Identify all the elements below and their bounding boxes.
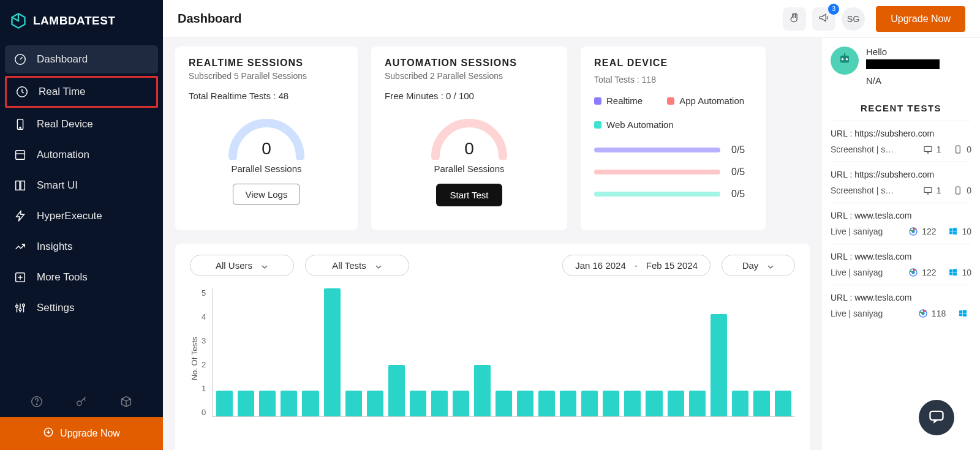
chart-bar (474, 365, 491, 416)
windows-icon (948, 227, 958, 236)
chart-bar (388, 365, 405, 416)
sidebar-item-label: Insights (37, 241, 73, 253)
date-range-filter[interactable]: Jan 16 2024 - Feb 15 2024 (562, 255, 710, 276)
upgrade-now-button[interactable]: Upgrade Now (876, 6, 965, 32)
card-title: REAL DEVICE (594, 58, 752, 69)
start-test-button[interactable]: Start Test (436, 184, 502, 206)
plus-circle-icon (43, 427, 54, 440)
realtime-total-tests: Total Realtime Tests : 48 (189, 91, 344, 101)
recent-url: URL : www.tesla.com (831, 211, 971, 220)
sidebar-item-automation[interactable]: Automation (5, 141, 158, 169)
chart-bar (496, 391, 512, 416)
sidebar-item-moretools[interactable]: More Tools (5, 263, 158, 291)
cube-icon[interactable] (119, 395, 133, 408)
chevron-down-icon (767, 262, 774, 269)
chat-icon (928, 408, 945, 427)
tests-filter[interactable]: All Tests (305, 255, 409, 276)
chart-bar (538, 391, 555, 416)
sidebar-item-dashboard[interactable]: Dashboard (5, 45, 158, 73)
granularity-filter[interactable]: Day (722, 255, 795, 276)
sidebar-item-label: Real Device (37, 118, 93, 130)
recent-tests-list: URL : https://subshero.comScreenshot | s… (831, 121, 971, 326)
svg-point-3 (20, 127, 21, 129)
sidebar-item-insights[interactable]: Insights (5, 233, 158, 261)
recent-url: URL : https://subshero.com (831, 170, 971, 179)
megaphone-icon (818, 12, 830, 26)
legend-swatch-icon (667, 97, 674, 105)
svg-rect-4 (16, 151, 25, 160)
page-title: Dashboard (178, 12, 241, 26)
sidebar-item-hyperexecute[interactable]: HyperExecute (5, 202, 158, 230)
legend-swatch-icon (594, 97, 601, 105)
chart-bar (431, 391, 448, 416)
card-title: AUTOMATION SESSIONS (385, 58, 554, 69)
recent-url: URL : www.tesla.com (831, 252, 971, 261)
automation-gauge-label: Parallel Sessions (385, 163, 554, 174)
svg-rect-22 (956, 187, 960, 194)
sidebar-item-label: HyperExecute (37, 210, 102, 222)
announcements-button[interactable]: 3 (812, 7, 835, 31)
accessibility-button[interactable] (783, 7, 806, 31)
sidebar-item-label: More Tools (37, 271, 88, 283)
tests-chart-card: All Users All Tests Jan 16 2024 - Feb 15… (175, 244, 810, 450)
chart-bar (410, 391, 426, 416)
realdevice-bars: 0/5 0/5 0/5 (594, 144, 752, 200)
recent-test-item[interactable]: URL : https://subshero.comScreenshot | s… (831, 162, 971, 203)
chart-bar (753, 391, 770, 416)
svg-point-13 (77, 401, 81, 405)
sidebar-item-settings[interactable]: Settings (5, 294, 158, 322)
recent-url: URL : https://subshero.com (831, 129, 971, 138)
chat-support-button[interactable] (919, 400, 954, 435)
recent-meta: Live | saniyag122 10 (831, 227, 971, 236)
realtime-gauge-label: Parallel Sessions (189, 163, 344, 174)
sidebar-item-label: Dashboard (37, 53, 88, 66)
svg-point-12 (37, 404, 37, 405)
recent-test-item[interactable]: URL : www.tesla.comLive | saniyag122 10 (831, 203, 971, 244)
mobile-icon (953, 186, 963, 195)
user-avatar[interactable]: SG (842, 7, 865, 31)
sidebar-upgrade-button[interactable]: Upgrade Now (0, 417, 163, 450)
legend-app-automation: App Automation (667, 96, 744, 106)
recent-test-item[interactable]: URL : https://subshero.comScreenshot | s… (831, 121, 971, 162)
key-icon[interactable] (75, 395, 88, 408)
main-content: REALTIME SESSIONS Subscribed 5 Parallel … (163, 38, 980, 450)
card-title: REALTIME SESSIONS (189, 58, 344, 69)
chart-plot (212, 288, 795, 417)
users-filter[interactable]: All Users (190, 255, 294, 276)
recent-test-item[interactable]: URL : www.tesla.comLive | saniyag118 (831, 285, 971, 326)
brand-logo[interactable]: LAMBDATEST (0, 0, 163, 42)
chart-bar (689, 391, 706, 416)
sidebar-nav: Dashboard Real Time Real Device Automati… (0, 42, 163, 386)
user-greeting: Hello (866, 47, 940, 57)
help-icon[interactable] (30, 395, 43, 408)
desktop-icon (923, 144, 933, 154)
svg-point-9 (19, 309, 21, 311)
chevron-down-icon (261, 262, 268, 269)
desktop-icon (923, 186, 933, 195)
svg-rect-6 (21, 181, 24, 190)
realdevice-bar-row: 0/5 (594, 189, 752, 200)
chart-bar (259, 391, 276, 416)
sidebar-item-realdevice[interactable]: Real Device (5, 110, 158, 138)
card-subtitle: Subscribed 2 Parallel Sessions (385, 71, 554, 81)
sidebar-item-label: Real Time (39, 86, 86, 98)
user-avatar-icon (831, 47, 859, 75)
legend-swatch-icon (594, 121, 601, 129)
legend-web-automation: Web Automation (594, 119, 674, 130)
sidebar-item-realtime[interactable]: Real Time (5, 76, 158, 108)
chart-ylabel: No. Of Tests (190, 337, 199, 380)
chart-bar (560, 391, 576, 416)
recent-test-item[interactable]: URL : www.tesla.comLive | saniyag122 10 (831, 244, 971, 285)
svg-rect-19 (924, 146, 932, 151)
bar-value: 0/5 (731, 189, 752, 200)
view-logs-button[interactable]: View Logs (233, 184, 301, 205)
bar-value: 0/5 (731, 167, 752, 178)
sidebar-item-smartui[interactable]: Smart UI (5, 171, 158, 200)
legend-realtime: Realtime (594, 96, 643, 106)
sidebar-item-label: Smart UI (37, 179, 78, 192)
automation-sessions-card: AUTOMATION SESSIONS Subscribed 2 Paralle… (371, 47, 567, 230)
bar-value: 0/5 (731, 144, 752, 156)
chrome-icon (908, 227, 918, 236)
progress-track (594, 192, 720, 197)
user-info: Hello N/A (831, 47, 971, 86)
